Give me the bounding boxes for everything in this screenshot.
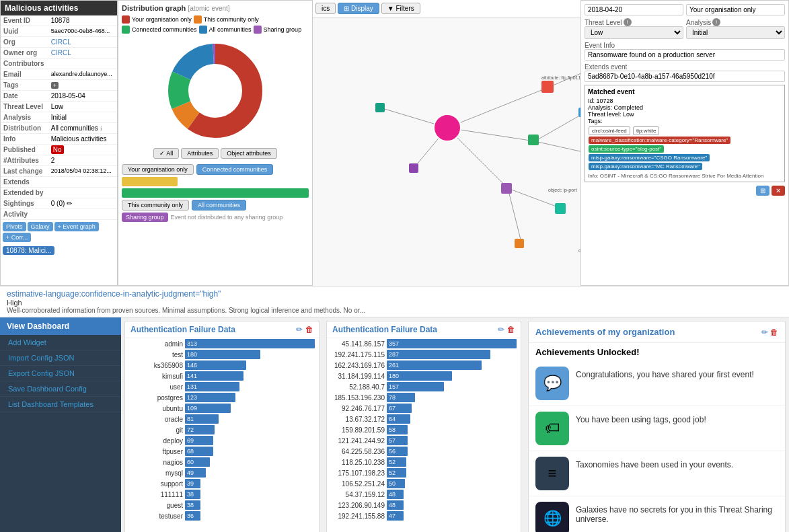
achievements-panel: Achievements of my organization ✏ 🗑 Achi… [528,321,786,532]
bar-row: 118.25.10.23852 [327,457,521,467]
btn-your-org[interactable]: Your organisation only [122,164,194,175]
achievements-header: Achievements of my organization ✏ 🗑 [529,321,785,343]
date-input[interactable] [585,4,683,15]
bar-row: admin313 [125,338,319,349]
achievements-title: Achievements of my organization [535,327,675,337]
graph-area: ics ⊞ Display ▼ Filters Collapse no... E… [313,0,580,286]
event-info-input[interactable] [585,49,785,61]
bar-row: 162.243.169.176261 [327,360,521,371]
bar-row: 11111138 [125,489,319,500]
btn-attributes[interactable]: Attributes [181,148,219,159]
svg-line-6 [447,87,548,128]
extends-input[interactable] [585,71,785,82]
svg-rect-23 [578,108,580,117]
achievement-item: 🌐Galaxies have no secrets for you in thi… [529,496,785,532]
distribution-bars: Your organisation only Connected communi… [122,164,309,222]
auth-panel-1: Authentication Failure Data ✏ 🗑 admin313… [124,321,320,532]
sidebar-item-add-widget[interactable]: Add Widget [0,335,121,350]
svg-rect-19 [541,81,554,93]
sidebar-title[interactable]: View Dashboard [0,317,121,335]
bar-row: 13.67.32.17264 [327,414,521,424]
auth1-bars: admin313test180ks365908146kimsufi141user… [125,338,319,521]
event-badge[interactable]: 10878: Malici... [3,246,54,255]
distribution-title: Distribution graph [atomic event] [122,4,309,12]
sidebar-item-import-config[interactable]: Import Config JSON [0,350,121,366]
bar-row: 123.206.90.14948 [327,500,521,510]
auth-panel-1-title: Authentication Failure Data [130,325,235,334]
achievements-trash-icon[interactable]: 🗑 [770,328,778,337]
sidebar-item-export-config[interactable]: Export Config JSON [0,366,121,381]
bar-row: 121.241.244.9257 [327,435,521,446]
bar-row: guest38 [125,500,319,510]
bar-row: testuser36 [125,510,319,521]
achievements-list: 💬Congratulations, you have shared your f… [529,361,785,532]
achievements-edit-icon[interactable]: ✏ [761,328,768,337]
legend: Your organisation only This community on… [122,15,309,34]
achievement-text: Galaxies have no secrets for you in this… [576,502,778,524]
achievement-item: 🏷You have been using tags, good job! [529,406,785,451]
filters-btn[interactable]: ▼ Filters [381,3,420,14]
btn-object-attributes[interactable]: Object attributes [221,148,277,159]
achievement-text: Taxonomies have been used in your events… [576,457,733,469]
svg-line-12 [535,114,580,141]
display-btn[interactable]: ⊞ Display [338,3,379,14]
bar-row: kimsufi141 [125,371,319,381]
legend-item-sharing: Sharing group [254,26,302,34]
btn-this-community[interactable]: This community only [122,200,189,211]
event-info-row: Event Info [585,42,785,61]
bar-row: 52.188.40.7157 [327,381,521,392]
matched-event-box: Matched event Id: 10728 Analysis: Comple… [585,85,785,182]
pivots-btn[interactable]: Pivots [3,222,26,231]
analysis-select[interactable]: Initial [686,26,785,39]
auth-panel-1-header: Authentication Failure Data ✏ 🗑 [125,321,319,338]
bar-row: git72 [125,424,319,435]
achievement-icon: ≡ [535,457,569,490]
bar-row-1 [122,177,309,186]
svg-rect-24 [501,183,512,194]
achievement-item: ≡Taxonomies have been used in your event… [529,451,785,496]
extends-row: Extends event [585,63,785,82]
form-btn-1[interactable]: ⊞ [756,186,769,196]
malicious-table: Event ID10878 Uuid5aec700c-0eb8-468... O… [1,15,117,220]
tags-container: circl:osint-feed tip:white malware_class… [588,126,782,171]
svg-rect-21 [528,135,539,145]
bar-row: 159.89.201.5958 [327,424,521,435]
bar-row: 64.225.58.23656 [327,446,521,457]
event-graph-btn[interactable]: + Event graph [54,222,99,231]
svg-text:attribute: ftp.ftp0118.info: attribute: ftp.ftp0118.info [541,75,580,81]
svg-rect-29 [409,163,418,173]
sharing-group-row: Sharing group Event not distributed to a… [122,213,309,222]
svg-rect-26 [515,239,524,248]
form-btn-2[interactable]: ✕ [772,186,785,196]
achievements-unlocked: Achievements Unlocked! [529,343,785,361]
threat-select[interactable]: Low [585,26,683,39]
ics-btn[interactable]: ics [315,3,336,14]
auth2-edit-icon[interactable]: ✏ [498,325,504,334]
btn-all-communities[interactable]: All communities [192,200,246,211]
bottom-section: View Dashboard Add Widget Import Config … [0,317,789,532]
bar-row: user131 [125,381,319,392]
malicious-activities-panel: Malicious activities Event ID10878 Uuid5… [0,0,118,286]
event-form-panel: Threat Level i Low Analysis i Initial Ev… [580,0,789,286]
org-input[interactable] [686,4,785,15]
bar-row: nagios60 [125,457,319,467]
bar-row: ubuntu109 [125,403,319,414]
auth2-trash-icon[interactable]: 🗑 [507,325,515,334]
sidebar-item-list-templates[interactable]: List Dashboard Templates [0,397,121,412]
sidebar-item-save-dashboard[interactable]: Save Dashboard Config [0,381,121,397]
btn-all[interactable]: ✓ All [153,148,179,159]
auth1-edit-icon[interactable]: ✏ [296,325,303,334]
btn-connected[interactable]: Connected communities [196,164,274,175]
svg-point-18 [434,114,461,141]
bar-row: postgres123 [125,392,319,403]
auth-panel-2-header: Authentication Failure Data ✏ 🗑 [327,321,521,338]
bar-row: test180 [125,349,319,360]
auth1-trash-icon[interactable]: 🗑 [305,325,313,334]
auth2-bars: 45.141.86.157357192.241.175.115287162.24… [327,338,521,521]
svg-rect-25 [555,203,566,214]
corr-btn[interactable]: + Corr... [3,233,31,242]
bar-row: ftpuser68 [125,446,319,457]
achievement-icon: 🏷 [535,412,569,445]
galaxy-btn[interactable]: Galaxy [28,222,53,231]
auth-panel-2: Authentication Failure Data ✏ 🗑 45.141.8… [326,321,521,532]
